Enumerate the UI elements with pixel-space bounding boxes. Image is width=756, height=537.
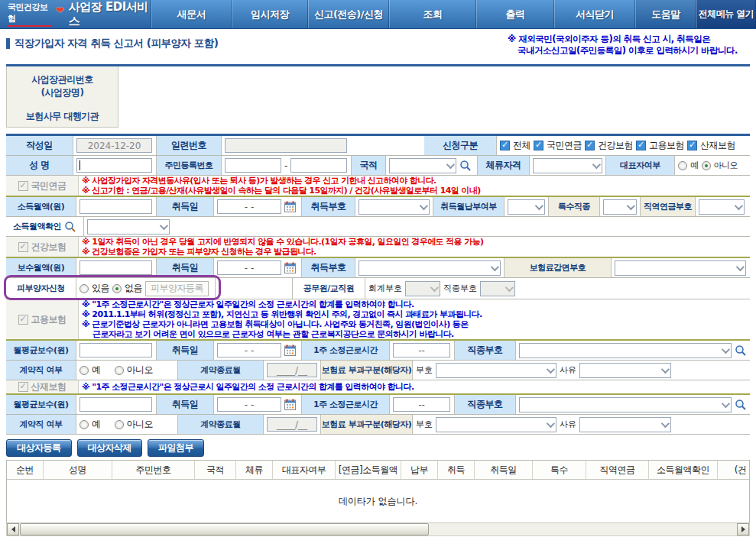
scrollbar-left-arrow[interactable]: [7, 523, 19, 535]
health-notice2: ※ 건강보험증은 가입자 또는 피부양자 신청하는 경우 발급됩니다.: [82, 247, 747, 257]
pension-special-job-select[interactable]: [603, 199, 637, 215]
accident-avg-pay-input[interactable]: [79, 397, 152, 412]
pension-acq-code-select[interactable]: [359, 199, 430, 215]
write-date-cell: 2024-12-20: [73, 136, 157, 155]
dependent-apply-label: 피부양자신청: [6, 278, 76, 299]
menu-print[interactable]: 출력: [476, 0, 554, 28]
target-list-grid: 순번 성명 주민번호 국적 체류 대표자여부 [연금]소득월액 납부 취득 취득…: [6, 460, 750, 523]
pension-section-toggle: 국민연금: [6, 176, 79, 196]
accident-levy-code-select[interactable]: [436, 417, 556, 432]
menu-help[interactable]: 도움말: [635, 0, 696, 28]
employment-contract-yes-radio[interactable]: [79, 366, 89, 375]
menu-temp-save[interactable]: 임시저장: [232, 0, 308, 28]
scrollbar-thumb[interactable]: [20, 523, 429, 535]
dependent-no-radio[interactable]: [112, 284, 122, 293]
health-calendar-icon[interactable]: [284, 262, 296, 273]
accident-section-checkbox: [18, 382, 28, 392]
pension-acq-date-input[interactable]: - -: [217, 199, 281, 214]
stay-status-cell: [530, 156, 606, 175]
health-notice1: ※ 1일자 취득이 아닌 경우 당월 고지에 반영되지 않을 수 있습니다.(1…: [82, 237, 747, 247]
register-target-button[interactable]: 대상자등록: [6, 439, 72, 457]
grid-header-health-cut: (건: [718, 461, 750, 479]
employment-contract-end-input: ____/__: [267, 363, 317, 377]
employment-avg-pay-cell: [76, 341, 157, 360]
accident-weekly-hours-input[interactable]: --: [393, 397, 450, 412]
nationality-search-icon[interactable]: [459, 160, 472, 172]
employment-levy-reason-select[interactable]: [579, 363, 671, 378]
checkbox-all[interactable]: [500, 141, 510, 150]
horizontal-scrollbar[interactable]: [6, 523, 750, 536]
checkbox-pension[interactable]: [534, 141, 543, 150]
rrn-back-input[interactable]: [290, 158, 347, 173]
accident-acq-date-input[interactable]: - -: [217, 397, 281, 412]
accident-jobcode-select[interactable]: [519, 397, 732, 412]
menu-close-form[interactable]: 서식닫기: [554, 0, 635, 28]
stay-status-select[interactable]: [533, 158, 602, 173]
employment-avg-pay-input[interactable]: [79, 343, 152, 357]
accident-contract-label: 계약직 여부: [6, 415, 76, 434]
checkbox-health[interactable]: [585, 141, 595, 150]
account-code-label: 회계부호: [368, 283, 402, 294]
name-input[interactable]: [76, 158, 152, 173]
income-check-search-icon[interactable]: [64, 221, 76, 233]
employment-weekly-hours-input[interactable]: --: [393, 343, 450, 357]
name-label: 성 명: [6, 156, 73, 175]
health-acq-date-input[interactable]: - -: [217, 260, 281, 275]
checkbox-employment[interactable]: [636, 141, 646, 150]
pension-section-header: 국민연금 ※ 사업장가입자 자격변동사유(입사 또는 퇴사 등)가 발생하는 경…: [6, 176, 750, 197]
employment-contract-no-radio[interactable]: [115, 366, 124, 375]
menu-inquiry[interactable]: 조회: [389, 0, 476, 28]
checkbox-accident[interactable]: [687, 141, 697, 150]
accident-levy-reason-select[interactable]: [579, 417, 671, 432]
employment-section-header: 고용보험 ※ "1주 소정근로시간"은 정상근로자 일주일간의 소정 근로시간의…: [6, 299, 750, 341]
dependent-yes-radio[interactable]: [79, 284, 89, 293]
menu-full-menu-open[interactable]: 전체메뉴 열기: [696, 0, 756, 28]
health-jobcode-label: 직종부호: [443, 283, 477, 294]
employment-notices: ※ "1주 소정근로시간"은 정상근로자 일주일간의 소정 근로시간의 합계를 …: [79, 299, 750, 339]
health-reduction-select[interactable]: [615, 260, 746, 276]
accident-jobcode-label: 직종부호: [455, 395, 516, 414]
employment-jobcode-search-icon[interactable]: [735, 345, 747, 357]
representative-no-radio[interactable]: [702, 161, 711, 170]
pension-income-cell: [76, 197, 157, 216]
employment-section-label: 고용보험: [31, 313, 67, 326]
accident-acq-date-cell: - -: [214, 395, 302, 414]
health-acq-code-label: 취득부호: [302, 258, 355, 277]
menu-report-submit[interactable]: 신고(전송)/신청: [308, 0, 389, 28]
employment-acq-date-input[interactable]: - -: [217, 343, 281, 357]
health-reduction-label: 보험료감면부호: [505, 258, 612, 277]
rrn-front-input[interactable]: [225, 158, 281, 173]
employment-calendar-icon[interactable]: [284, 345, 296, 356]
nationality-select[interactable]: [389, 158, 456, 173]
right-triangle-icon: [741, 526, 745, 532]
pension-code-cell: [696, 197, 750, 216]
action-buttons: 대상자등록 대상자삭제 파일첨부: [6, 439, 750, 457]
accident-contract-yes-radio[interactable]: [79, 420, 89, 429]
accident-avg-pay-label: 월평균보수(원): [6, 395, 76, 414]
rrn-dash: -: [284, 160, 287, 171]
employment-levy-code-select[interactable]: [436, 363, 556, 378]
accident-calendar-icon[interactable]: [284, 399, 296, 410]
employment-acq-date-label: 취득일: [157, 341, 214, 360]
menu-new-document[interactable]: 새문서: [151, 0, 232, 28]
serial-no-cell: [222, 136, 424, 155]
delete-target-button[interactable]: 대상자삭제: [77, 439, 143, 457]
scrollbar-right-arrow[interactable]: [737, 523, 749, 535]
grid-header-representative: 대표자여부: [273, 461, 336, 479]
employment-jobcode-cell: [516, 341, 750, 360]
pension-income-check-select[interactable]: [87, 219, 170, 235]
health-acq-code-select[interactable]: [359, 260, 501, 276]
accident-jobcode-search-icon[interactable]: [735, 399, 747, 411]
attach-file-button[interactable]: 파일첨부: [148, 439, 204, 457]
pension-calendar-icon[interactable]: [284, 201, 296, 212]
pension-notice1: ※ 사업장가입자 자격변동사유(입사 또는 퇴사 등)가 발생하는 경우 신고 …: [82, 176, 747, 186]
checkbox-pension-label: 국민연금: [547, 139, 582, 152]
dependent-yes-label: 있음: [92, 282, 109, 295]
representative-yes-radio[interactable]: [678, 161, 687, 170]
pension-month-pay-select[interactable]: [508, 199, 545, 215]
accident-contract-no-radio[interactable]: [115, 420, 124, 429]
pension-income-input[interactable]: [79, 199, 152, 214]
health-pay-input[interactable]: [79, 260, 152, 275]
pension-code-select[interactable]: [699, 199, 745, 215]
employment-jobcode-select[interactable]: [519, 343, 732, 358]
